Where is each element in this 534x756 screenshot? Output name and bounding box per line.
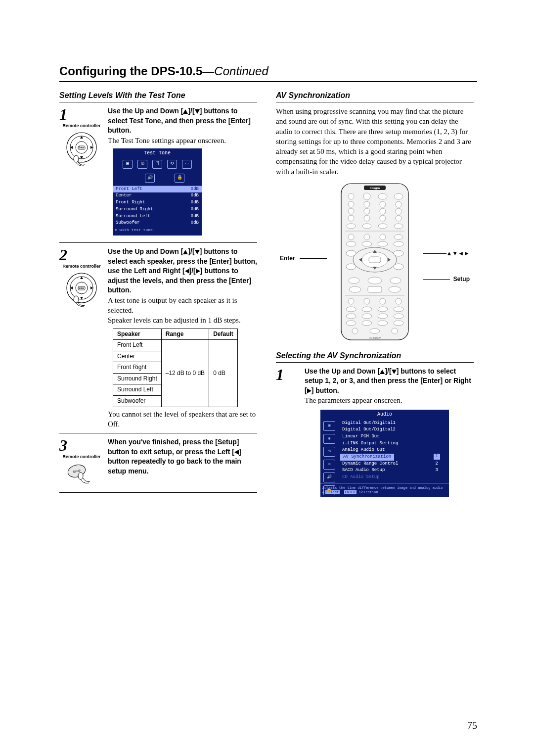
table-cell: Surround Right: [113, 373, 162, 384]
svg-point-89: [352, 328, 358, 334]
svg-point-68: [390, 278, 401, 284]
svg-point-22: [78, 472, 83, 479]
svg-marker-7: [70, 146, 73, 149]
osd2-item: Digital Out/Digital1: [340, 420, 449, 427]
right-head2-rule: [276, 362, 474, 363]
osd2-item: Digital Out/Digital2: [340, 426, 449, 433]
osd-icon: ⟲: [167, 160, 177, 169]
right-heading2: Selecting the AV Synchronization: [276, 351, 474, 360]
osd2-item: Analog Audio Out: [340, 447, 449, 454]
remote-controller-figure: Enter ▲▼◄► Setup Integra: [276, 182, 474, 342]
osd2-num: 3: [434, 468, 440, 473]
svg-rect-70: [368, 286, 382, 292]
osd2-side-icon: ▣: [323, 421, 335, 431]
osd2-item-disabled: CD Audio Setup: [340, 474, 449, 481]
svg-point-71: [389, 286, 400, 292]
step2-body2: Speaker levels can be adjusted in 1 dB s…: [108, 315, 257, 325]
av-sync-paragraph: When using progressive scanning you may …: [276, 106, 474, 177]
svg-point-41: [396, 215, 401, 221]
svg-point-91: [392, 328, 398, 334]
osd2-num: 2: [434, 461, 440, 467]
svg-point-29: [394, 193, 403, 199]
svg-point-42: [347, 224, 356, 229]
osd-row: Front Right0dB: [113, 199, 202, 206]
osd1-footer: e with test tone.: [113, 227, 202, 236]
step-2: 2 Remote controller Enter: [59, 247, 257, 429]
osd-icon: 🔒: [175, 174, 184, 183]
th-default: Default: [209, 329, 238, 340]
speaker-table: Speaker Range Default Front Left–12 dB t…: [113, 329, 238, 407]
osd2-side-icon: ◉: [323, 434, 335, 444]
leader-line: [423, 279, 450, 280]
table-cell: Surround Left: [113, 384, 162, 396]
svg-point-9: [74, 155, 79, 162]
osd2-side-icon: 🔒: [323, 485, 335, 495]
arrows-label: ▲▼◄►: [446, 250, 470, 257]
svg-point-47: [348, 234, 354, 240]
svg-point-36: [380, 208, 386, 214]
osd2-title: Audio: [320, 410, 449, 419]
right-arrow-icon: [307, 388, 312, 393]
left-heading: Setting Levels With the Test Tone: [59, 91, 257, 100]
svg-point-26: [348, 193, 354, 199]
osd2-side-icon: ⟲: [323, 447, 335, 457]
leader-line: [300, 258, 327, 259]
svg-point-49: [380, 234, 386, 240]
svg-point-27: [363, 193, 370, 200]
setup-label: Setup: [453, 276, 470, 283]
table-cell: Center: [113, 351, 162, 362]
step1-instruction: Use the Up and Down []/[] buttons to sel…: [108, 107, 251, 134]
svg-point-53: [378, 241, 388, 246]
step3-instruction: When you've finished, press the [Setup] …: [108, 438, 241, 475]
step-1: 1 Remote controller Enter: [59, 106, 257, 238]
svg-point-45: [394, 224, 403, 229]
svg-point-79: [378, 307, 388, 312]
svg-point-81: [346, 314, 356, 319]
svg-point-78: [362, 307, 372, 312]
down-arrow-icon: [195, 109, 200, 114]
osd1-title: Test Tone: [113, 148, 202, 158]
svg-marker-5: [80, 136, 83, 139]
osd2-side-icon: 🔊: [323, 472, 335, 482]
osd2-item-selected: AV Synchronization: [340, 454, 394, 461]
svg-marker-6: [80, 156, 83, 159]
svg-point-88: [394, 321, 403, 326]
table-cell: Front Left: [113, 340, 162, 351]
step-3: 3 Remote controller Setup When you've fi…: [59, 437, 257, 488]
title-rule: [59, 81, 477, 82]
svg-point-52: [362, 241, 372, 246]
step1-body: The Test Tone settings appear onscreen.: [108, 136, 257, 145]
svg-point-90: [370, 329, 380, 333]
right-arrow-icon: [196, 269, 200, 274]
svg-point-74: [364, 298, 370, 304]
svg-point-63: [394, 250, 403, 256]
step-divider: [59, 242, 257, 243]
table-default: 0 dB: [209, 340, 238, 407]
step2-body1: A test tone is output by each speaker as…: [108, 295, 257, 316]
remote-enter-diagram: Enter: [64, 271, 99, 310]
svg-marker-17: [70, 286, 73, 289]
table-cell: Front Right: [113, 362, 162, 374]
svg-point-76: [396, 298, 401, 304]
leader-line: [423, 253, 446, 254]
step2-instruction: Use the Up and Down []/[] buttons to sel…: [108, 247, 257, 294]
rstep1-number: 1: [276, 367, 301, 382]
step-divider: [59, 433, 257, 433]
osd-row: Center0dB: [113, 192, 202, 199]
svg-point-54: [394, 241, 403, 246]
osd-row: Surround Right0dB: [113, 206, 202, 213]
th-speaker: Speaker: [113, 329, 162, 340]
svg-marker-18: [90, 286, 93, 289]
remote-enter-diagram: Enter: [64, 130, 99, 170]
left-arrow-icon: [185, 269, 189, 274]
down-arrow-icon: [195, 250, 200, 254]
svg-point-64: [346, 264, 356, 270]
svg-point-34: [348, 208, 354, 214]
step2-note: You cannot set the level of speakers tha…: [108, 409, 257, 429]
osd-icon: ▭: [182, 160, 192, 169]
svg-point-51: [346, 241, 356, 246]
step-divider: [59, 492, 257, 493]
svg-point-77: [346, 307, 356, 312]
osd2-side-icon: ▭: [323, 460, 335, 470]
osd-icon: ▣: [123, 160, 133, 169]
